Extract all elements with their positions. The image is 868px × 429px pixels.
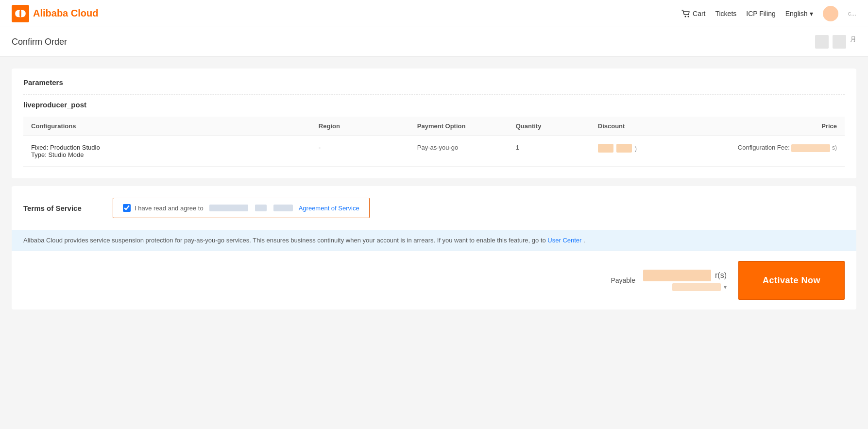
payable-label: Payable (611, 276, 635, 284)
language-label: English (785, 10, 808, 17)
cart-icon (681, 9, 691, 18)
alibaba-cloud-logo-icon (12, 5, 29, 22)
payable-currency-suffix: r(s) (715, 271, 727, 280)
header-nav: Cart Tickets ICP Filing English ▾ c... (681, 6, 856, 21)
svg-rect-0 (12, 5, 29, 22)
main-content: Parameters liveproducer_post Configurati… (0, 57, 868, 329)
footer-section: Payable r(s) ▾ Activate Now (12, 251, 856, 309)
product-name: liveproducer_post (23, 101, 845, 109)
col-payment: Payment Option (409, 117, 508, 136)
sub-header-icon-2 (833, 35, 846, 49)
sub-header-icon-1 (815, 35, 829, 49)
parameters-divider (23, 94, 845, 95)
config-line1: Fixed: Production Studio (31, 144, 303, 151)
svg-point-2 (688, 16, 689, 17)
payment-cell: Pay-as-you-go (409, 136, 508, 167)
parameters-header: Parameters (12, 69, 856, 86)
config-cell: Fixed: Production Studio Type: Studio Mo… (23, 136, 311, 167)
payable-sub-row: ▾ (672, 283, 727, 291)
terms-row: Terms of Service I have read and agree t… (23, 198, 845, 218)
language-dropdown-icon: ▾ (810, 10, 813, 17)
icp-filing-nav-item[interactable]: ICP Filing (746, 10, 775, 17)
col-region: Region (311, 117, 409, 136)
parameters-card: Parameters liveproducer_post Configurati… (12, 69, 856, 178)
col-discount: Discount (590, 117, 714, 136)
config-table-body: Fixed: Production Studio Type: Studio Mo… (23, 136, 845, 167)
logo-text: Alibaba Cloud (33, 8, 98, 19)
blurred-service-name-1 (209, 205, 248, 211)
page-title: Confirm Order (12, 37, 67, 47)
user-center-link[interactable]: User Center (547, 237, 581, 244)
tickets-nav-item[interactable]: Tickets (715, 10, 736, 17)
discount-block-1 (598, 144, 613, 153)
price-label: Configuration Fee: (738, 144, 790, 151)
blurred-service-name-3 (273, 205, 293, 211)
sub-header-actions: 月 (815, 35, 856, 49)
info-banner-text-end: . (583, 237, 585, 244)
cart-nav-item[interactable]: Cart (681, 9, 705, 18)
info-banner: Alibaba Cloud provides service suspensio… (12, 230, 856, 251)
quantity-cell: 1 (508, 136, 590, 167)
sub-header: Confirm Order 月 (0, 27, 868, 57)
terms-body: Terms of Service I have read and agree t… (12, 186, 856, 230)
config-table: Configurations Region Payment Option Qua… (23, 117, 845, 167)
config-table-header-row: Configurations Region Payment Option Qua… (23, 117, 845, 136)
terms-checkbox[interactable] (123, 204, 131, 212)
main-header: Alibaba Cloud Cart Tickets ICP Filing En… (0, 0, 868, 27)
terms-card: Terms of Service I have read and agree t… (12, 186, 856, 309)
region-cell: - (311, 136, 409, 167)
payable-amount: r(s) ▾ (643, 270, 727, 291)
price-suffix: s) (832, 144, 837, 151)
discount-cell: ) (590, 136, 714, 167)
agree-text: I have read and agree to (135, 205, 204, 212)
config-line2: Type: Studio Mode (31, 151, 303, 158)
payable-blurred-main (643, 270, 711, 281)
payable-area: Payable r(s) ▾ (611, 270, 727, 291)
info-banner-text: Alibaba Cloud provides service suspensio… (23, 237, 546, 244)
cart-label: Cart (693, 10, 705, 17)
discount-block-2 (616, 144, 632, 153)
language-selector[interactable]: English ▾ (785, 10, 813, 17)
svg-point-1 (685, 16, 686, 17)
price-blurred (791, 144, 830, 152)
col-price: Price (713, 117, 845, 136)
payable-blurred-sub (672, 283, 721, 291)
terms-checkbox-area: I have read and agree to Agreement of Se… (113, 198, 370, 218)
parameters-title: Parameters (23, 78, 845, 86)
discount-paren: ) (635, 145, 637, 152)
agreement-link[interactable]: Agreement of Service (299, 205, 359, 212)
col-quantity: Quantity (508, 117, 590, 136)
logo-area: Alibaba Cloud (12, 5, 98, 22)
sub-header-text: 月 (850, 35, 856, 49)
parameters-body: liveproducer_post Configurations Region … (12, 101, 856, 178)
table-row: Fixed: Production Studio Type: Studio Mo… (23, 136, 845, 167)
config-table-header: Configurations Region Payment Option Qua… (23, 117, 845, 136)
chevron-down-icon[interactable]: ▾ (724, 284, 727, 291)
terms-label: Terms of Service (23, 204, 101, 212)
blurred-service-name-2 (255, 205, 267, 211)
avatar[interactable] (823, 6, 838, 21)
price-cell: Configuration Fee: s) (713, 136, 845, 167)
activate-now-button[interactable]: Activate Now (738, 261, 845, 300)
col-configurations: Configurations (23, 117, 311, 136)
username-abbreviated: c... (848, 10, 856, 17)
payable-main-row: r(s) (643, 270, 727, 281)
